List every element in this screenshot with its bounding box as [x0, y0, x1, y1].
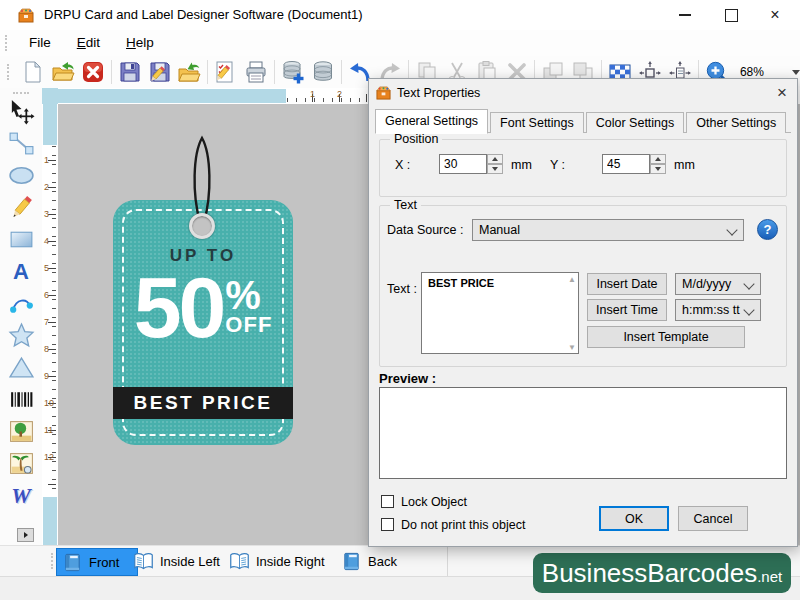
- add-database-button[interactable]: [278, 58, 308, 86]
- tab-front[interactable]: Front: [56, 548, 138, 576]
- database-button[interactable]: [308, 58, 338, 86]
- triangle-tool[interactable]: [4, 352, 38, 383]
- tab-other-settings[interactable]: Other Settings: [686, 112, 786, 133]
- minimize-button[interactable]: [666, 0, 704, 30]
- date-format-select[interactable]: M/d/yyyy: [675, 273, 761, 295]
- edit-document-button[interactable]: [211, 58, 241, 86]
- dialog-close-button[interactable]: ×: [777, 79, 787, 107]
- stepper-down-icon[interactable]: [487, 164, 503, 174]
- y-position-stepper[interactable]: [650, 154, 666, 174]
- barcode-tool[interactable]: [4, 384, 38, 415]
- curve-tool[interactable]: [4, 288, 38, 319]
- x-position-stepper[interactable]: [487, 154, 503, 174]
- line-tool[interactable]: [4, 128, 38, 159]
- database-icon: [311, 60, 335, 84]
- zoom-level-value[interactable]: 68%: [740, 65, 764, 79]
- tag-discount-number: 50: [134, 272, 224, 343]
- minimize-icon: [679, 14, 691, 16]
- close-file-button[interactable]: [78, 58, 108, 86]
- time-format-select[interactable]: h:mm:ss tt: [675, 299, 761, 321]
- ellipse-tool[interactable]: [4, 160, 38, 191]
- cancel-button[interactable]: Cancel: [678, 506, 748, 531]
- rectangle-tool[interactable]: [4, 224, 38, 255]
- time-format-value: h:mm:ss tt: [682, 303, 740, 317]
- open-file-button[interactable]: [48, 58, 78, 86]
- menu-edit[interactable]: Edit: [64, 30, 113, 56]
- data-source-label: Data Source :: [387, 223, 463, 237]
- tab-inside-right[interactable]: Inside Right: [224, 548, 330, 574]
- zoom-dropdown-icon[interactable]: [792, 70, 800, 75]
- ruler-number: 7: [44, 317, 49, 327]
- image-tool-icon: [8, 418, 35, 445]
- tab-font-settings[interactable]: Font Settings: [490, 112, 584, 133]
- help-button[interactable]: ?: [757, 219, 778, 240]
- text-tool[interactable]: A: [4, 256, 38, 287]
- tabbar-separator: [447, 546, 448, 576]
- tab-label: Front: [89, 555, 119, 570]
- brand-name: BusinessBarcodes: [542, 553, 757, 593]
- insert-date-button[interactable]: Insert Date: [587, 273, 667, 295]
- menu-file[interactable]: File: [16, 30, 64, 56]
- tag-discount-row: 50 % OFF: [113, 272, 293, 343]
- y-unit-label: mm: [674, 158, 695, 172]
- insert-time-button[interactable]: Insert Time: [587, 299, 667, 321]
- lock-object-checkbox[interactable]: [381, 495, 394, 508]
- no-print-checkbox[interactable]: [381, 518, 394, 531]
- x-position-input[interactable]: [439, 154, 487, 174]
- print-icon: [244, 60, 268, 84]
- text-properties-dialog: Text Properties × General SettingsFont S…: [368, 78, 798, 547]
- stepper-down-icon[interactable]: [650, 164, 666, 174]
- star-tool[interactable]: [4, 320, 38, 351]
- date-format-value: M/d/yyyy: [682, 277, 731, 291]
- tab-inside-left[interactable]: Inside Left: [128, 548, 225, 574]
- scroll-down-icon[interactable]: ▼: [568, 343, 576, 352]
- export-file-button[interactable]: [175, 58, 205, 86]
- close-button[interactable]: ×: [756, 0, 794, 30]
- toolbox-expand-button[interactable]: [17, 528, 34, 542]
- wordart-tool-icon: W: [11, 483, 31, 509]
- lock-object-label: Lock Object: [401, 495, 467, 509]
- image-tool[interactable]: [4, 416, 38, 447]
- maximize-button[interactable]: [712, 0, 750, 30]
- data-source-select[interactable]: Manual: [472, 219, 744, 241]
- save-button[interactable]: [115, 58, 145, 86]
- close-file-icon: [81, 60, 105, 84]
- menu-help[interactable]: Help: [113, 30, 167, 56]
- tag-banner-text[interactable]: BEST PRICE: [113, 387, 293, 419]
- chevron-down-icon: [726, 224, 737, 235]
- grip-handle: [13, 92, 29, 94]
- scroll-up-icon[interactable]: ▲: [568, 275, 576, 284]
- stepper-up-icon[interactable]: [650, 154, 666, 164]
- pencil-tool[interactable]: [4, 192, 38, 223]
- text-group: Text Data Source : Manual ? Text : BEST …: [379, 205, 787, 367]
- select-tool[interactable]: [4, 96, 38, 127]
- vertical-ruler-highlight: [43, 497, 57, 545]
- tab-general-settings[interactable]: General Settings: [375, 109, 488, 134]
- grip-handle: [5, 35, 10, 51]
- help-icon: ?: [764, 222, 772, 237]
- preview-box: [379, 387, 787, 479]
- maximize-icon: [725, 9, 738, 22]
- tab-color-settings[interactable]: Color Settings: [586, 112, 685, 133]
- tag-percent-sign: %: [225, 276, 261, 314]
- save-icon: [118, 60, 142, 84]
- ruler-number: 2: [44, 182, 49, 192]
- tab-label: Inside Right: [256, 554, 325, 569]
- tab-back[interactable]: Back: [336, 548, 402, 574]
- save-as-button[interactable]: [145, 58, 175, 86]
- ok-button[interactable]: OK: [599, 506, 669, 531]
- new-document-button[interactable]: [18, 58, 48, 86]
- dialog-title-bar[interactable]: Text Properties ×: [369, 79, 797, 107]
- ruler-number: 9: [44, 371, 49, 381]
- y-position-input[interactable]: [602, 154, 650, 174]
- text-group-legend: Text: [390, 198, 421, 212]
- clipart-tool[interactable]: [4, 448, 38, 479]
- wordart-tool[interactable]: W: [4, 480, 38, 511]
- stepper-up-icon[interactable]: [487, 154, 503, 164]
- insert-template-button[interactable]: Insert Template: [587, 326, 745, 348]
- new-document-icon: [21, 60, 45, 84]
- text-content-input[interactable]: BEST PRICE: [421, 272, 579, 354]
- ruler-number: 4: [44, 236, 49, 246]
- ruler-number: 3: [44, 209, 49, 219]
- print-button[interactable]: [241, 58, 271, 86]
